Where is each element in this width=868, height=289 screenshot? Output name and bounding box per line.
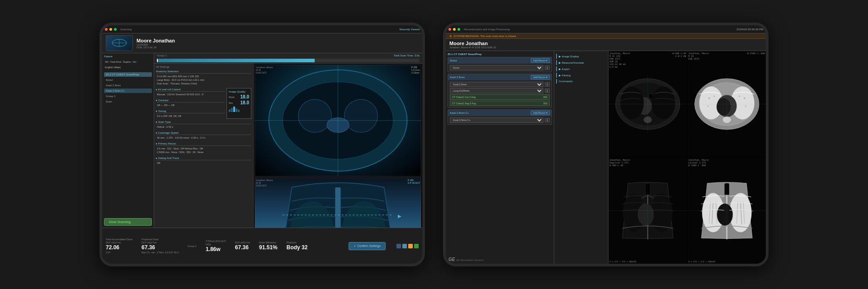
phantom-label: Phantom: [287, 241, 308, 244]
gating-values: Off: [156, 161, 251, 165]
patient-name: Moore Jonathan: [137, 38, 175, 43]
axial-c-select[interactable]: Axial 2.5mm C+: [450, 117, 543, 123]
ct-overlay-top: P 289 4.0:2mm I 1.0mm: [411, 66, 420, 74]
svg-point-66: [717, 204, 733, 226]
recon-item-2-code: 002: [543, 102, 547, 105]
recon-options-panel: ▶ Image Display ▶ Measure/Annotate ▶ Exp…: [554, 51, 609, 264]
dlp-block: DLP mGy*cm 67.36: [235, 241, 250, 251]
scan-timeline: Group 1 Total Scan Time: 3.5s: [154, 53, 422, 64]
total-scan-time: Total Scan Time: 3.5s: [394, 54, 420, 57]
total-dose-block: Total Accumulated Dose DLP mGy*cm 72.06 …: [106, 238, 132, 254]
confirm-settings-button[interactable]: ✓ Confirm Settings: [349, 242, 386, 250]
axial-c-label: Axial 2.5mm C+: [450, 112, 469, 114]
total-dose-value: 72.06: [106, 244, 132, 251]
sidebar-item-scan[interactable]: Scan: [104, 99, 152, 104]
timestamp: 21/04/16 05:30:33 PM: [736, 28, 763, 31]
done-scanning-button[interactable]: Done Scanning: [104, 218, 152, 226]
ct-scout-svg: ▶ ▶: [255, 178, 421, 228]
sidebar-item-axial-c[interactable]: Axial 2.5mm C+: [104, 89, 152, 93]
total-dose-label: Total Accumulated Dose: [106, 238, 132, 241]
anatomy-section: Anatomy Selection S:13.081 mm [901.909 m…: [156, 70, 251, 85]
icon-2[interactable]: [402, 244, 407, 248]
recon-title-label: Reconstruction and Image Processing: [464, 28, 509, 31]
gating-label: ▸ Gating And Trace: [156, 156, 251, 160]
dot-red: [105, 28, 108, 31]
timeline-fill: [157, 59, 315, 62]
kv-values: Manual : 120 kV SmartmA 50-500 18.0 : S: [156, 93, 225, 96]
axial-add-recon-button[interactable]: Add Recon ▾: [531, 75, 550, 79]
phantom-value: Body 32: [287, 244, 308, 251]
recon-item-2-label: CT Chest2 Seg 5 Avg: [452, 102, 476, 105]
scout-section: Scout Add Recon ▾ Scout 1: [448, 57, 552, 72]
system-message-bar: ⚠ SYSTEM MESSAGE: The scan room door is …: [446, 33, 766, 39]
axial-row: Axial 2.5mm 1: [450, 82, 550, 87]
ct-coronal-lung-bottom: A-1.375 × 375 × A8bVGE: [689, 261, 716, 263]
proj-max: Max 2.5 : min : 170ws: 2.6 DLP: 86.4: [142, 251, 179, 254]
scout-label: Scout: [450, 59, 457, 62]
group-label: Group 1: [157, 54, 167, 57]
axial-section: Axial 2.5mm Add Recon ▾ Axial 2.5mm 1: [448, 74, 552, 108]
quality-wrapper: ▸ kV and mA Control Manual : 120 kV Smar…: [156, 87, 251, 120]
contrast-label: ▸ Contrast: [156, 98, 225, 103]
lung-num: 1: [545, 89, 550, 93]
quality-chart: [229, 107, 249, 112]
primary-recon-2: 2.5000 mm : None : 50% : 350 : 30 : None: [156, 150, 251, 154]
ct-coronal-soft: Jonathan, MooreSagittal 1.375W 400 L 40 …: [609, 158, 687, 264]
axial-select[interactable]: Axial 2.5mm: [450, 82, 543, 87]
timeline-marker: [157, 59, 158, 62]
sidebar-item-scout[interactable]: Scout: [104, 78, 152, 82]
axial-c-row: Axial 2.5mm C+ 1: [450, 117, 550, 123]
measure-annotate-option[interactable]: ▶ Measure/Annotate: [556, 60, 606, 65]
coronal-lung-svg: [688, 158, 766, 264]
svg-point-39: [713, 96, 715, 97]
commands-option[interactable]: Commands: [556, 79, 606, 84]
axial-lung-svg: [688, 51, 766, 157]
scan-content: All Settings Anatomy Selection S:13.081 …: [154, 64, 422, 228]
ctdvol-label: CTDIvol (NV) DLP: [206, 240, 226, 242]
export-option[interactable]: ▶ Export: [556, 66, 606, 71]
ct-axial-lung-info-right: W:1500 L:-600: [747, 52, 765, 55]
scout-add-recon-button[interactable]: Add Recon ▾: [531, 58, 550, 63]
sidebar-item-group[interactable]: Group 1: [104, 94, 152, 98]
right-tablet: Reconstruction and Image Processing 21/0…: [443, 23, 769, 266]
recently-viewed[interactable]: Recently Viewed: [399, 28, 420, 31]
ct-scout-image: ▶ ▶ P 265 A-P SCOUT: [255, 178, 421, 228]
kv-label: ▸ kV and mA Control: [156, 87, 225, 92]
ct-patient-info-bottom: Jonathan, MooreM 45DOB 1972: [256, 179, 273, 187]
axial-c-section: Axial 2.5mm C+ Add Recon ▾ Axial 2.5mm C…: [448, 109, 552, 125]
projected-dose-label: Projected Dose: [142, 238, 179, 241]
scan-type-label: ▸ Scan Type: [156, 120, 251, 124]
image-display-option[interactable]: ▶ Image Display: [556, 54, 606, 59]
resolution-label: Res: [229, 102, 233, 104]
bar-2: [231, 108, 233, 112]
patient-info: Moore Jonathan 12345/MR DOB: 1972 dd: 20: [137, 38, 175, 49]
icon-4[interactable]: [414, 244, 419, 248]
dot-green: [114, 28, 117, 31]
recon-item-1-code: 001: [543, 96, 547, 98]
icon-3[interactable]: [408, 244, 413, 248]
done-scanning-wrapper: Done Scanning: [104, 218, 152, 226]
lung-select[interactable]: Lung 8.625mm: [450, 88, 543, 93]
system-message-text: SYSTEM MESSAGE: The scan room door is cl…: [453, 35, 517, 37]
projected-dose-block: Projected Dose DLP mGy*cm 67.36 Max 2.5 …: [142, 238, 179, 254]
large-body: Large Body : 32.0 cm P15.9 mm L32.1 mm: [156, 78, 251, 82]
sidebar-item-axial[interactable]: Axial 2.5mm: [104, 83, 152, 88]
filming-option[interactable]: ▶ Filming: [556, 73, 606, 78]
icon-1[interactable]: [396, 244, 401, 248]
ct-coronal-lung-info: Jonathan, MooreCoronal 1.375W 1500 L -60…: [689, 158, 709, 167]
primary-recon-1: 2.5 mm : 512 : Stnd : Off Helical Plus :…: [156, 147, 251, 150]
settings-panel: All Settings Anatomy Selection S:13.081 …: [154, 64, 254, 228]
svg-point-5: [298, 99, 331, 132]
scout-select[interactable]: Scout: [450, 65, 543, 70]
svg-point-6: [344, 99, 377, 132]
axial-c-add-recon-button[interactable]: Add Recon ▾: [531, 111, 550, 115]
dot-yellow: [109, 28, 112, 31]
recon-item-2: CT Chest2 Seg 5 Avg 002: [450, 101, 550, 106]
ct-coronal-bottom-left: A-1.375 × 375 × A8bVGE: [609, 261, 637, 263]
dose-eff-block: Dose Efficiency 91.51%: [259, 241, 278, 251]
scan-type-section: ▸ Scan Type Helical : 0.50 s: [156, 120, 251, 129]
recon-patient-details: Jonathan, Moore M 45 DOB 1972 ADM 20: [449, 46, 496, 49]
ct-axial-lung-info: Jonathan, MooreM 45DOB 1972: [689, 52, 709, 60]
contrast-section: ▸ Contrast Off — Off — Off: [156, 98, 225, 107]
sidebar-item-ct-chest[interactable]: 25.1 CT CHEST SmartPrep: [104, 72, 152, 77]
